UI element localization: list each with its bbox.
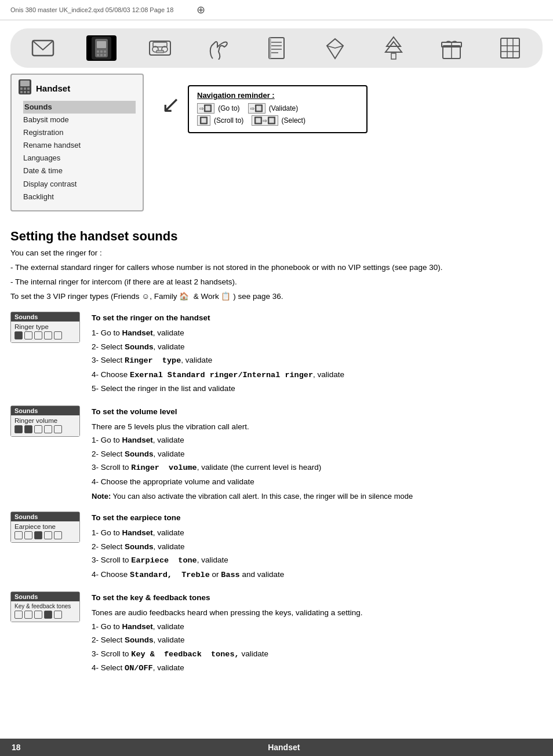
menu-item-babysit[interactable]: Babysit mode <box>23 114 136 126</box>
dot-3 <box>34 331 42 339</box>
envelope-icon[interactable] <box>28 35 58 61</box>
nav-scroll-label: (Scroll to) <box>214 116 243 125</box>
instruction-text-ringer-volume: To set the volume level There are 5 leve… <box>92 406 543 502</box>
footer-page-number: 18 <box>12 743 21 752</box>
svg-rect-9 <box>104 54 106 56</box>
section-title: Setting the handset sounds <box>10 229 543 244</box>
dot-3-1 <box>14 531 23 539</box>
menu-item-rename[interactable]: Rename handset <box>23 139 136 152</box>
svg-rect-36 <box>27 87 30 90</box>
gift-icon[interactable] <box>436 35 467 61</box>
screen-label-key-feedback: Key & feedback tones <box>14 603 76 609</box>
inst-step-1-2: 2- Select Sounds, validate <box>92 341 543 353</box>
screen-header-sounds-2: Sounds <box>11 406 79 415</box>
instruction-text-earpiece: To set the earpiece tone 1- Go to Handse… <box>92 512 543 582</box>
inst-step-1-1: 1- Go to Handset, validate <box>92 327 543 339</box>
screen-dots-2 <box>14 425 76 433</box>
svg-rect-15 <box>269 38 284 59</box>
inst-title-3: To set the earpiece tone <box>92 512 543 524</box>
dot-4-1 <box>14 611 23 619</box>
header-crosshair: ⊕ <box>197 3 205 16</box>
inst-step-1-4: 4- Choose Exernal Standard ringer/Intern… <box>92 368 543 382</box>
dot-2-4 <box>44 425 52 433</box>
dot-4-2 <box>24 611 32 619</box>
inst-step-2-1: 1- Go to Handset, validate <box>92 434 543 447</box>
instruction-block-ringer-volume: Sounds Ringer volume To set the volume l… <box>10 406 543 502</box>
screen-header-sounds-1: Sounds <box>11 312 79 322</box>
svg-rect-35 <box>24 87 26 90</box>
instruction-text-key-feedback: To set the key & feedback tones Tones ar… <box>92 591 543 676</box>
menu-list: Sounds Babysit mode Registration Rename … <box>19 101 136 203</box>
menu-item-backlight[interactable]: Backlight <box>23 191 136 203</box>
menu-handset-icon <box>19 79 31 97</box>
instruction-text-ringer-type: To set the ringer on the handset 1- Go t… <box>92 312 543 396</box>
inst-title-4: To set the key & feedback tones <box>92 591 543 604</box>
nav-validate-label: (Validate) <box>269 104 298 112</box>
diamond-icon[interactable] <box>320 35 350 61</box>
dot-2-2 <box>24 425 32 433</box>
screen-dots-3 <box>14 531 76 539</box>
cassette-icon[interactable] <box>145 35 175 61</box>
nav-go-to-label: (Go to) <box>218 104 239 112</box>
menu-item-sounds[interactable]: Sounds <box>23 101 136 114</box>
svg-rect-27 <box>501 38 519 58</box>
inst-step-3-3: 3- Scroll to Earpiece tone, validate <box>92 554 543 567</box>
screen-dots-1 <box>14 331 76 339</box>
svg-rect-5 <box>100 50 103 53</box>
dot-3-3 <box>34 531 42 539</box>
dot-3-5 <box>54 531 62 539</box>
grid-icon[interactable] <box>495 35 525 61</box>
dot-4-3 <box>34 611 42 619</box>
book-icon[interactable] <box>261 35 292 61</box>
dot-4-5 <box>54 611 62 619</box>
inst-step-3-2: 2- Select Sounds, validate <box>92 540 543 553</box>
screen-label-earpiece-tone: Earpiece tone <box>14 523 76 530</box>
tree-icon[interactable] <box>379 35 409 61</box>
nav-go-to-icon: ⇨🔲 <box>197 103 214 114</box>
menu-title-text: Handset <box>36 83 70 93</box>
screen-header-sounds-3: Sounds <box>11 512 79 521</box>
menu-item-display[interactable]: Display contrast <box>23 178 136 191</box>
dot-2 <box>24 331 32 339</box>
handset-menu-icon[interactable] <box>86 35 117 61</box>
svg-rect-38 <box>24 91 26 93</box>
nav-select-icon: 🔲⇨🔲 <box>252 115 278 126</box>
screen-ringer-type: Sounds Ringer type <box>10 312 80 343</box>
intro-line-2: - The external standard ringer for calle… <box>10 262 543 274</box>
footer-bar: 18 Handset <box>0 739 553 756</box>
top-icon-bar <box>10 28 543 68</box>
svg-rect-39 <box>27 91 30 93</box>
inst-step-2-0: There are 5 levels plus the vibration ca… <box>92 421 543 433</box>
menu-title: Handset <box>19 79 136 97</box>
menu-item-languages[interactable]: Languages <box>23 152 136 165</box>
nav-scroll-icon: 🔲 <box>197 115 210 126</box>
inst-step-2-3: 3- Scroll to Ringer volume, validate (th… <box>92 461 543 474</box>
hand-phone-icon[interactable] <box>203 35 233 61</box>
instruction-block-key-feedback: Sounds Key & feedback tones To set the k… <box>10 591 543 676</box>
nav-reminder-title: Navigation reminder : <box>197 91 358 100</box>
inst-step-4-2: 2- Select Sounds, validate <box>92 634 543 647</box>
svg-rect-4 <box>97 50 99 53</box>
svg-rect-23 <box>391 53 396 59</box>
inst-step-4-1: 1- Go to Handset, validate <box>92 620 543 633</box>
svg-rect-8 <box>100 54 103 56</box>
inst-title-2: To set the volume level <box>92 406 543 418</box>
inst-step-4-0: Tones are audio feedbacks heard when pre… <box>92 607 543 619</box>
dot-5 <box>54 331 62 339</box>
dot-4-4 <box>44 611 52 619</box>
screen-label-ringer-type: Ringer type <box>14 323 76 330</box>
handset-menu-box: Handset Sounds Babysit mode Registration… <box>10 74 144 211</box>
svg-rect-33 <box>20 81 30 86</box>
file-header-text: Onis 380 master UK_indice2.qxd 05/08/03 … <box>10 6 173 13</box>
dot-1 <box>14 331 23 339</box>
instruction-block-earpiece: Sounds Earpiece tone To set the earpiece… <box>10 512 543 582</box>
screen-header-sounds-4: Sounds <box>11 592 79 601</box>
inst-step-3-1: 1- Go to Handset, validate <box>92 527 543 539</box>
dot-3-4 <box>44 531 52 539</box>
nav-row-1: ⇨🔲 (Go to) ⇨🔲 (Validate) <box>197 103 358 114</box>
dot-4 <box>44 331 52 339</box>
svg-rect-37 <box>20 91 23 93</box>
menu-item-registration[interactable]: Registration <box>23 126 136 139</box>
nav-validate-icon: ⇨🔲 <box>248 103 265 114</box>
menu-item-date[interactable]: Date & time <box>23 165 136 177</box>
